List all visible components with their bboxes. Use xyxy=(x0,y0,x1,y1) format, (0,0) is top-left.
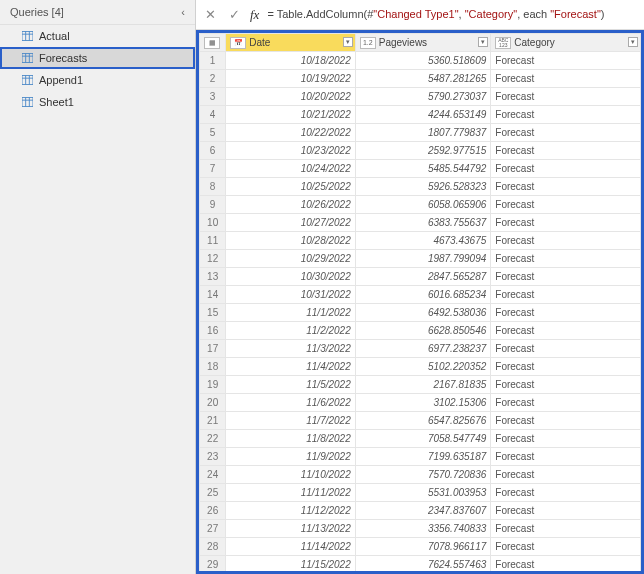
cell-date[interactable]: 10/19/2022 xyxy=(226,70,355,88)
table-row[interactable]: 710/24/20225485.544792Forecast xyxy=(200,160,641,178)
cell-date[interactable]: 11/14/2022 xyxy=(226,538,355,556)
cell-category[interactable]: Forecast xyxy=(491,502,641,520)
table-row[interactable]: 2611/12/20222347.837607Forecast xyxy=(200,502,641,520)
row-number[interactable]: 21 xyxy=(200,412,226,430)
row-number[interactable]: 17 xyxy=(200,340,226,358)
cell-category[interactable]: Forecast xyxy=(491,178,641,196)
table-row[interactable]: 410/21/20224244.653149Forecast xyxy=(200,106,641,124)
row-number[interactable]: 29 xyxy=(200,556,226,574)
cell-pageviews[interactable]: 2347.837607 xyxy=(355,502,491,520)
row-number[interactable]: 14 xyxy=(200,286,226,304)
cell-pageviews[interactable]: 7058.547749 xyxy=(355,430,491,448)
cell-pageviews[interactable]: 1807.779837 xyxy=(355,124,491,142)
column-header-category[interactable]: ABC123 Category ▾ xyxy=(491,34,641,52)
cell-pageviews[interactable]: 6492.538036 xyxy=(355,304,491,322)
row-number[interactable]: 4 xyxy=(200,106,226,124)
cell-category[interactable]: Forecast xyxy=(491,250,641,268)
any-type-icon[interactable]: ABC123 xyxy=(495,37,511,49)
row-number[interactable]: 22 xyxy=(200,430,226,448)
row-number[interactable]: 19 xyxy=(200,376,226,394)
table-row[interactable]: 910/26/20226058.065906Forecast xyxy=(200,196,641,214)
table-row[interactable]: 1911/5/20222167.81835Forecast xyxy=(200,376,641,394)
cell-date[interactable]: 10/25/2022 xyxy=(226,178,355,196)
row-number[interactable]: 25 xyxy=(200,484,226,502)
row-number[interactable]: 3 xyxy=(200,88,226,106)
cell-pageviews[interactable]: 5926.528323 xyxy=(355,178,491,196)
cell-date[interactable]: 11/12/2022 xyxy=(226,502,355,520)
table-row[interactable]: 810/25/20225926.528323Forecast xyxy=(200,178,641,196)
row-number[interactable]: 15 xyxy=(200,304,226,322)
table-row[interactable]: 1511/1/20226492.538036Forecast xyxy=(200,304,641,322)
row-number[interactable]: 27 xyxy=(200,520,226,538)
cell-date[interactable]: 10/22/2022 xyxy=(226,124,355,142)
cancel-icon[interactable]: ✕ xyxy=(202,7,218,23)
select-all-corner[interactable]: ▦ xyxy=(200,34,226,52)
cell-date[interactable]: 11/3/2022 xyxy=(226,340,355,358)
row-number[interactable]: 1 xyxy=(200,52,226,70)
cell-category[interactable]: Forecast xyxy=(491,160,641,178)
cell-category[interactable]: Forecast xyxy=(491,376,641,394)
query-item-forecasts[interactable]: Forecasts xyxy=(0,47,195,69)
cell-category[interactable]: Forecast xyxy=(491,106,641,124)
table-row[interactable]: 2711/13/20223356.740833Forecast xyxy=(200,520,641,538)
cell-category[interactable]: Forecast xyxy=(491,196,641,214)
cell-pageviews[interactable]: 5487.281265 xyxy=(355,70,491,88)
cell-date[interactable]: 11/6/2022 xyxy=(226,394,355,412)
cell-date[interactable]: 11/4/2022 xyxy=(226,358,355,376)
cell-pageviews[interactable]: 2847.565287 xyxy=(355,268,491,286)
formula-input[interactable]: = Table.AddColumn(#"Changed Type1", "Cat… xyxy=(267,8,604,21)
cell-pageviews[interactable]: 6977.238237 xyxy=(355,340,491,358)
fx-icon[interactable]: fx xyxy=(250,7,259,23)
date-type-icon[interactable]: 📅 xyxy=(230,37,246,49)
cell-pageviews[interactable]: 7624.557463 xyxy=(355,556,491,574)
cell-category[interactable]: Forecast xyxy=(491,304,641,322)
table-row[interactable]: 2411/10/20227570.720836Forecast xyxy=(200,466,641,484)
query-item-actual[interactable]: Actual xyxy=(0,25,195,47)
cell-pageviews[interactable]: 5102.220352 xyxy=(355,358,491,376)
filter-dropdown-icon[interactable]: ▾ xyxy=(478,37,488,47)
cell-date[interactable]: 10/30/2022 xyxy=(226,268,355,286)
row-number[interactable]: 12 xyxy=(200,250,226,268)
cell-pageviews[interactable]: 7078.966117 xyxy=(355,538,491,556)
cell-pageviews[interactable]: 3356.740833 xyxy=(355,520,491,538)
row-number[interactable]: 18 xyxy=(200,358,226,376)
table-row[interactable]: 510/22/20221807.779837Forecast xyxy=(200,124,641,142)
row-number[interactable]: 16 xyxy=(200,322,226,340)
cell-pageviews[interactable]: 6383.755637 xyxy=(355,214,491,232)
cell-date[interactable]: 10/20/2022 xyxy=(226,88,355,106)
cell-category[interactable]: Forecast xyxy=(491,358,641,376)
cell-category[interactable]: Forecast xyxy=(491,124,641,142)
table-row[interactable]: 1010/27/20226383.755637Forecast xyxy=(200,214,641,232)
table-row[interactable]: 1811/4/20225102.220352Forecast xyxy=(200,358,641,376)
table-row[interactable]: 2111/7/20226547.825676Forecast xyxy=(200,412,641,430)
cell-date[interactable]: 11/10/2022 xyxy=(226,466,355,484)
table-row[interactable]: 1210/29/20221987.799094Forecast xyxy=(200,250,641,268)
query-item-sheet1[interactable]: Sheet1 xyxy=(0,91,195,113)
cell-category[interactable]: Forecast xyxy=(491,340,641,358)
decimal-type-icon[interactable]: 1.2 xyxy=(360,37,376,49)
table-row[interactable]: 1110/28/20224673.43675Forecast xyxy=(200,232,641,250)
cell-category[interactable]: Forecast xyxy=(491,448,641,466)
column-header-date[interactable]: 📅 Date ▾ xyxy=(226,34,355,52)
cell-pageviews[interactable]: 3102.15306 xyxy=(355,394,491,412)
cell-date[interactable]: 11/9/2022 xyxy=(226,448,355,466)
cell-category[interactable]: Forecast xyxy=(491,286,641,304)
column-header-pageviews[interactable]: 1.2 Pageviews ▾ xyxy=(355,34,491,52)
cell-pageviews[interactable]: 7199.635187 xyxy=(355,448,491,466)
row-number[interactable]: 8 xyxy=(200,178,226,196)
data-grid[interactable]: ▦ 📅 Date ▾ 1.2 Pageviews xyxy=(199,33,641,574)
table-row[interactable]: 2311/9/20227199.635187Forecast xyxy=(200,448,641,466)
cell-date[interactable]: 10/28/2022 xyxy=(226,232,355,250)
table-row[interactable]: 310/20/20225790.273037Forecast xyxy=(200,88,641,106)
cell-pageviews[interactable]: 6547.825676 xyxy=(355,412,491,430)
cell-category[interactable]: Forecast xyxy=(491,412,641,430)
cell-category[interactable]: Forecast xyxy=(491,322,641,340)
table-row[interactable]: 2211/8/20227058.547749Forecast xyxy=(200,430,641,448)
cell-date[interactable]: 10/31/2022 xyxy=(226,286,355,304)
table-row[interactable]: 1310/30/20222847.565287Forecast xyxy=(200,268,641,286)
cell-pageviews[interactable]: 4244.653149 xyxy=(355,106,491,124)
cell-pageviews[interactable]: 5531.003953 xyxy=(355,484,491,502)
table-row[interactable]: 610/23/20222592.977515Forecast xyxy=(200,142,641,160)
table-row[interactable]: 1410/31/20226016.685234Forecast xyxy=(200,286,641,304)
row-number[interactable]: 24 xyxy=(200,466,226,484)
